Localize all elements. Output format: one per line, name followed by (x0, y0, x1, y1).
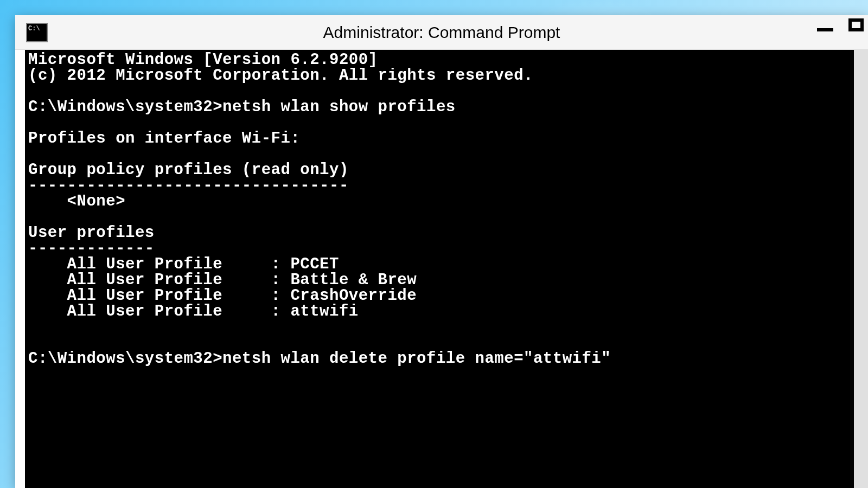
cmd-icon (26, 23, 48, 42)
vertical-scrollbar[interactable] (854, 50, 868, 488)
command-prompt-window: Administrator: Command Prompt Microsoft … (15, 15, 868, 488)
window-titlebar[interactable]: Administrator: Command Prompt (15, 15, 868, 50)
minimize-button[interactable] (817, 28, 833, 31)
window-title: Administrator: Command Prompt (15, 23, 868, 42)
terminal-section-header: Profiles on interface Wi-Fi: (28, 130, 300, 147)
window-controls (817, 18, 864, 31)
terminal-line: (c) 2012 Microsoft Corporation. All righ… (28, 67, 533, 85)
terminal-line: <None> (28, 192, 125, 210)
terminal-output[interactable]: Microsoft Windows [Version 6.2.9200] (c)… (25, 50, 868, 488)
terminal-prompt-line: C:\Windows\system32>netsh wlan delete pr… (28, 350, 611, 368)
maximize-button[interactable] (848, 18, 864, 31)
terminal-profile-line: All User Profile : attwifi (28, 303, 359, 320)
terminal-prompt-line: C:\Windows\system32>netsh wlan show prof… (28, 98, 456, 116)
